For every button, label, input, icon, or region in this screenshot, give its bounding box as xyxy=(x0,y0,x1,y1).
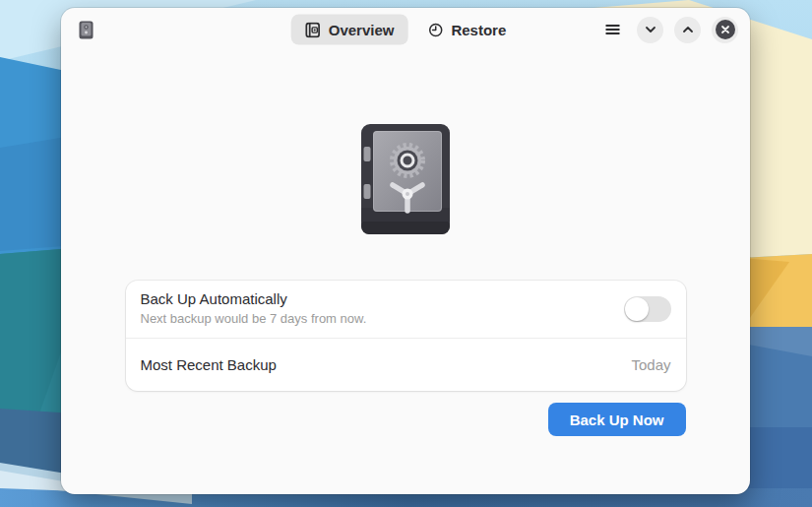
window-up-button[interactable] xyxy=(674,17,701,43)
auto-backup-toggle[interactable] xyxy=(624,296,671,322)
hamburger-menu-button[interactable] xyxy=(599,18,626,41)
window-down-button[interactable] xyxy=(637,17,663,43)
backup-settings-card: Back Up Automatically Next backup would … xyxy=(126,281,686,391)
tab-restore[interactable]: Restore xyxy=(413,15,520,45)
recent-backup-row: Most Recent Backup Today xyxy=(126,339,686,391)
back-up-now-button[interactable]: Back Up Now xyxy=(548,403,686,436)
view-switcher: Overview Restore xyxy=(291,15,521,45)
tab-overview-label: Overview xyxy=(329,22,395,38)
recent-backup-title: Most Recent Backup xyxy=(141,356,277,374)
close-button[interactable] xyxy=(712,17,738,43)
auto-backup-subtitle: Next backup would be 7 days from now. xyxy=(141,311,367,327)
chevron-down-icon xyxy=(644,23,657,36)
close-icon xyxy=(716,20,735,39)
safe-symbolic-icon xyxy=(305,22,321,37)
recent-backup-value: Today xyxy=(631,356,670,373)
app-window: Overview Restore xyxy=(61,8,750,494)
hamburger-menu-icon xyxy=(604,22,621,37)
overview-page: Back Up Automatically Next backup would … xyxy=(61,51,750,494)
window-controls xyxy=(599,17,738,43)
auto-backup-title: Back Up Automatically xyxy=(141,290,367,308)
safe-vault-icon xyxy=(360,123,451,239)
tab-restore-label: Restore xyxy=(451,22,506,38)
auto-backup-row[interactable]: Back Up Automatically Next backup would … xyxy=(126,281,686,338)
tab-overview[interactable]: Overview xyxy=(291,15,408,45)
action-row: Back Up Now xyxy=(126,403,686,436)
chevron-up-icon xyxy=(681,23,695,36)
app-safe-icon xyxy=(79,21,94,39)
history-clock-icon xyxy=(427,22,443,37)
header-bar: Overview Restore xyxy=(61,8,750,51)
toggle-knob xyxy=(625,297,649,321)
